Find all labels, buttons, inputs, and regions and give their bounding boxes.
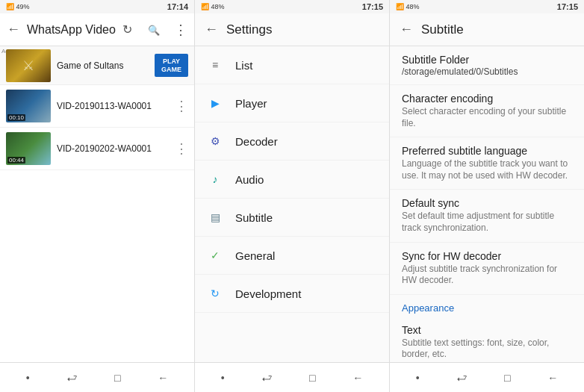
- ad-play-button[interactable]: PLAY GAME: [155, 54, 188, 78]
- sync-hw-item[interactable]: Sync for HW decoder Adjust subtitle trac…: [390, 243, 584, 295]
- video-item-1[interactable]: 00:10 VID-20190113-WA0001 ⋮: [0, 85, 194, 128]
- nav-recent-2[interactable]: ⮐: [252, 369, 281, 387]
- list-icon: ≡: [207, 57, 223, 73]
- ad-thumbnail: ⚔: [6, 49, 51, 82]
- status-icons-2: 📶 48%: [201, 3, 225, 10]
- status-icons-3: 📶 48%: [396, 3, 420, 10]
- subtitle-toolbar: Subtitle: [390, 13, 584, 46]
- settings-label-development: Development: [235, 287, 301, 300]
- status-icons-1: 📶 49%: [6, 3, 30, 10]
- subtitle-settings-list: Subtitle Folder /storage/emulated/0/Subt…: [390, 46, 584, 362]
- time-1: 17:14: [167, 2, 188, 11]
- settings-toolbar: Settings: [195, 13, 389, 46]
- ad-banner[interactable]: Ad ⚔ Game of Sultans PLAY GAME: [0, 46, 194, 85]
- char-encoding-item[interactable]: Character encoding Select character enco…: [390, 85, 584, 137]
- default-sync-item[interactable]: Default sync Set default time adjustment…: [390, 190, 584, 242]
- video-item-2[interactable]: 00:44 VID-20190202-WA0001 ⋮: [0, 128, 194, 170]
- default-sync-desc: Set default time adjustment for subtitle…: [402, 211, 572, 234]
- subtitle-settings-panel: 📶 48% 17:15 Subtitle Subtitle Folder /st…: [390, 0, 584, 392]
- nav-dot-1[interactable]: •: [17, 369, 39, 387]
- settings-item-audio[interactable]: ♪ Audio: [195, 161, 389, 199]
- settings-item-decoder[interactable]: ⚙ Decoder: [195, 122, 389, 161]
- settings-item-development[interactable]: ↻ Development: [195, 275, 389, 313]
- settings-item-list[interactable]: ≡ List: [195, 46, 389, 84]
- video-thumbnail-1: 00:10: [6, 90, 51, 122]
- settings-label-audio: Audio: [235, 173, 264, 186]
- video-duration-1: 00:10: [7, 114, 25, 121]
- pref-lang-title: Preferred subtitle language: [402, 145, 572, 157]
- settings-panel: 📶 48% 17:15 Settings ≡ List ▶ Player ⚙ D…: [195, 0, 390, 392]
- settings-list: ≡ List ▶ Player ⚙ Decoder ♪ Audio ▤ Subt…: [195, 46, 389, 362]
- status-bar-2: 📶 48% 17:15: [195, 0, 389, 13]
- text-desc: Subtitle text settings: font, size, colo…: [402, 337, 572, 361]
- nav-dot-3[interactable]: •: [407, 369, 429, 387]
- nav-home-1[interactable]: □: [105, 369, 129, 387]
- subtitle-page-title: Subtitle: [421, 22, 464, 37]
- more-icon-1: [174, 22, 187, 38]
- toolbar-actions-1: [117, 19, 191, 40]
- nav-home-3[interactable]: □: [495, 369, 519, 387]
- video-name-1: VID-20190113-WA0001: [57, 101, 169, 111]
- text-title: Text: [402, 324, 572, 336]
- settings-label-subtitle: Subtitle: [235, 211, 273, 224]
- whatsapp-toolbar: WhatsApp Video: [0, 13, 194, 46]
- back-arrow-icon-3: [400, 22, 413, 37]
- back-arrow-icon-2: [205, 22, 218, 37]
- bottom-nav-1: • ⮐ □ ←: [0, 362, 194, 392]
- bottom-nav-3: • ⮐ □ ←: [390, 362, 584, 392]
- subtitle-folder-value: /storage/emulated/0/Subtitles: [402, 66, 572, 77]
- status-bar-1: 📶 49% 17:14: [0, 0, 194, 13]
- settings-item-player[interactable]: ▶ Player: [195, 84, 389, 122]
- video-name-2: VID-20190202-WA0001: [57, 143, 169, 154]
- back-arrow-icon-1: [7, 22, 20, 37]
- video-more-2[interactable]: ⋮: [175, 142, 188, 155]
- player-icon: ▶: [207, 95, 223, 111]
- video-thumbnail-2: 00:44: [6, 132, 51, 165]
- pref-lang-desc: Language of the subtitle track you want …: [402, 158, 572, 181]
- nav-back-3[interactable]: ←: [538, 369, 567, 387]
- whatsapp-video-panel: 📶 49% 17:14 WhatsApp Video Ad ⚔ Game of …: [0, 0, 195, 392]
- nav-recent-3[interactable]: ⮐: [447, 369, 476, 387]
- default-sync-title: Default sync: [402, 197, 572, 209]
- back-button-1[interactable]: [3, 19, 24, 40]
- appearance-header: Appearance: [390, 295, 584, 317]
- ad-title: Game of Sultans: [57, 60, 149, 71]
- decoder-icon: ⚙: [207, 133, 223, 149]
- nav-recent-1[interactable]: ⮐: [58, 369, 86, 387]
- bottom-nav-2: • ⮐ □ ←: [195, 362, 389, 392]
- nav-dot-2[interactable]: •: [212, 369, 234, 387]
- settings-label-player: Player: [235, 97, 267, 110]
- search-icon-1: [148, 23, 160, 37]
- video-more-1[interactable]: ⋮: [175, 99, 188, 113]
- time-3: 17:15: [557, 2, 578, 11]
- video-info-1: VID-20190113-WA0001: [57, 101, 169, 111]
- more-button-1[interactable]: [170, 19, 191, 40]
- refresh-button[interactable]: [117, 19, 137, 40]
- settings-label-decoder: Decoder: [235, 135, 278, 148]
- settings-item-general[interactable]: ✓ General: [195, 237, 389, 275]
- char-encoding-desc: Select character encoding of your subtit…: [402, 106, 572, 129]
- general-icon: ✓: [207, 247, 223, 264]
- nav-back-2[interactable]: ←: [344, 369, 372, 387]
- back-button-2[interactable]: [201, 19, 222, 40]
- text-item[interactable]: Text Subtitle text settings: font, size,…: [390, 317, 584, 362]
- settings-item-subtitle[interactable]: ▤ Subtitle: [195, 199, 389, 237]
- status-bar-3: 📶 48% 17:15: [390, 0, 584, 13]
- settings-label-general: General: [235, 249, 275, 262]
- subtitle-icon: ▤: [207, 209, 223, 225]
- time-2: 17:15: [362, 2, 383, 11]
- sync-hw-title: Sync for HW decoder: [402, 250, 572, 262]
- settings-label-list: List: [235, 59, 252, 72]
- nav-home-2[interactable]: □: [300, 369, 324, 387]
- sync-hw-desc: Adjust subtitle track synchronization fo…: [402, 264, 572, 287]
- refresh-icon: [122, 22, 132, 37]
- video-info-2: VID-20190202-WA0001: [57, 143, 169, 154]
- search-button-1[interactable]: [143, 19, 164, 40]
- ad-content: Game of Sultans: [57, 60, 149, 71]
- nav-back-1[interactable]: ←: [149, 369, 177, 387]
- back-button-3[interactable]: [396, 19, 417, 40]
- development-icon: ↻: [207, 285, 223, 302]
- whatsapp-title: WhatsApp Video: [27, 23, 117, 37]
- pref-lang-item[interactable]: Preferred subtitle language Language of …: [390, 137, 584, 190]
- subtitle-folder-item[interactable]: Subtitle Folder /storage/emulated/0/Subt…: [390, 46, 584, 85]
